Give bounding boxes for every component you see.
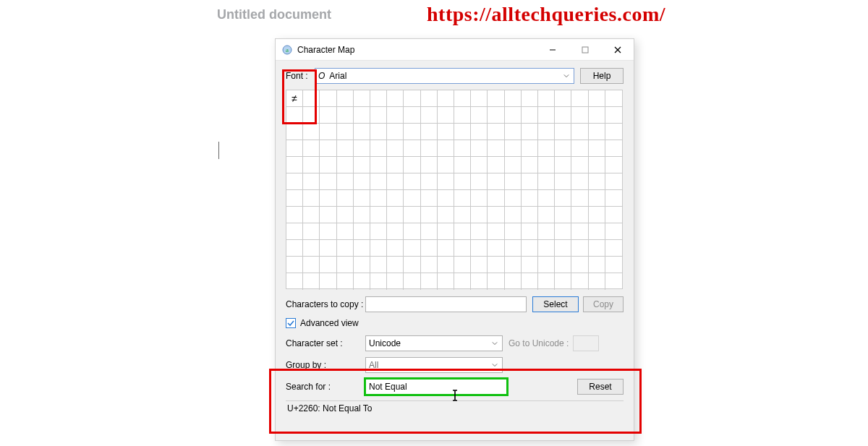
grid-cell[interactable] — [303, 173, 320, 190]
grid-cell[interactable] — [605, 273, 622, 290]
grid-cell[interactable] — [303, 107, 320, 124]
grid-cell[interactable] — [589, 240, 605, 257]
grid-cell[interactable] — [337, 257, 354, 273]
grid-cell[interactable] — [354, 190, 370, 207]
grid-cell[interactable] — [555, 107, 571, 124]
grid-cell[interactable] — [571, 107, 588, 124]
help-button[interactable]: Help — [580, 68, 624, 84]
grid-cell[interactable] — [404, 190, 420, 207]
grid-cell[interactable] — [538, 223, 555, 240]
grid-cell[interactable] — [538, 90, 555, 107]
grid-cell[interactable] — [522, 107, 538, 124]
grid-cell[interactable] — [605, 173, 622, 190]
grid-cell[interactable] — [337, 273, 354, 290]
grid-cell[interactable] — [370, 240, 387, 257]
grid-cell[interactable] — [522, 273, 538, 290]
grid-cell[interactable] — [488, 240, 504, 257]
grid-cell[interactable] — [354, 157, 370, 173]
grid-cell[interactable] — [589, 207, 605, 223]
grid-cell[interactable] — [303, 140, 320, 157]
grid-cell[interactable] — [421, 157, 438, 173]
grid-cell[interactable] — [286, 107, 303, 124]
grid-cell[interactable] — [589, 190, 605, 207]
grid-cell[interactable] — [605, 257, 622, 273]
grid-cell[interactable] — [387, 257, 404, 273]
characters-to-copy-input[interactable] — [365, 296, 527, 312]
grid-cell[interactable] — [320, 273, 336, 290]
grid-cell[interactable] — [303, 190, 320, 207]
grid-cell[interactable] — [303, 90, 320, 107]
grid-cell[interactable] — [571, 223, 588, 240]
grid-cell[interactable] — [438, 273, 454, 290]
grid-cell[interactable] — [522, 173, 538, 190]
grid-cell[interactable] — [471, 140, 488, 157]
grid-cell[interactable] — [589, 124, 605, 140]
grid-cell[interactable] — [488, 157, 504, 173]
grid-cell[interactable] — [488, 207, 504, 223]
grid-cell[interactable] — [471, 257, 488, 273]
grid-cell[interactable] — [571, 257, 588, 273]
grid-cell[interactable] — [471, 157, 488, 173]
grid-cell[interactable] — [589, 273, 605, 290]
grid-cell[interactable] — [286, 273, 303, 290]
grid-cell[interactable] — [538, 124, 555, 140]
grid-cell[interactable] — [320, 207, 336, 223]
grid-cell[interactable] — [286, 124, 303, 140]
grid-cell[interactable] — [404, 273, 420, 290]
grid-cell[interactable] — [505, 223, 522, 240]
grid-cell[interactable] — [421, 240, 438, 257]
grid-cell[interactable] — [605, 140, 622, 157]
grid-cell[interactable] — [505, 90, 522, 107]
grid-cell[interactable] — [589, 140, 605, 157]
grid-cell[interactable] — [538, 173, 555, 190]
grid-cell[interactable] — [454, 90, 471, 107]
grid-cell[interactable] — [370, 257, 387, 273]
grid-cell[interactable] — [605, 190, 622, 207]
grid-cell[interactable] — [454, 207, 471, 223]
grid-cell[interactable] — [438, 190, 454, 207]
grid-cell[interactable] — [303, 124, 320, 140]
grid-cell[interactable] — [320, 140, 336, 157]
grid-cell[interactable] — [370, 157, 387, 173]
grid-cell[interactable] — [354, 207, 370, 223]
grid-cell[interactable] — [538, 257, 555, 273]
grid-cell[interactable] — [471, 240, 488, 257]
grid-cell[interactable] — [571, 124, 588, 140]
grid-cell[interactable] — [320, 90, 336, 107]
grid-cell[interactable] — [555, 140, 571, 157]
grid-cell[interactable] — [505, 140, 522, 157]
grid-cell[interactable] — [404, 207, 420, 223]
grid-cell[interactable] — [555, 207, 571, 223]
grid-cell[interactable] — [303, 240, 320, 257]
grid-cell[interactable] — [538, 273, 555, 290]
grid-cell[interactable] — [320, 190, 336, 207]
grid-cell[interactable] — [404, 223, 420, 240]
grid-cell[interactable] — [387, 240, 404, 257]
grid-cell[interactable] — [337, 140, 354, 157]
grid-cell[interactable] — [488, 124, 504, 140]
grid-cell[interactable] — [555, 157, 571, 173]
grid-cell[interactable] — [421, 107, 438, 124]
grid-cell[interactable] — [421, 124, 438, 140]
grid-cell[interactable] — [589, 257, 605, 273]
grid-cell[interactable] — [286, 140, 303, 157]
grid-cell[interactable] — [555, 273, 571, 290]
grid-cell[interactable] — [505, 240, 522, 257]
close-button[interactable] — [601, 39, 634, 61]
grid-cell[interactable] — [286, 173, 303, 190]
grid-cell[interactable] — [471, 107, 488, 124]
grid-cell[interactable] — [471, 207, 488, 223]
grid-cell[interactable] — [488, 90, 504, 107]
grid-cell[interactable] — [320, 223, 336, 240]
grid-cell[interactable] — [488, 257, 504, 273]
grid-cell[interactable] — [320, 107, 336, 124]
grid-cell[interactable] — [605, 90, 622, 107]
grid-cell[interactable] — [370, 140, 387, 157]
advanced-view-checkbox[interactable] — [286, 318, 296, 328]
grid-cell[interactable] — [555, 257, 571, 273]
grid-cell[interactable] — [471, 273, 488, 290]
grid-cell[interactable] — [286, 257, 303, 273]
grid-cell[interactable] — [354, 107, 370, 124]
grid-cell[interactable] — [387, 223, 404, 240]
grid-cell[interactable] — [303, 223, 320, 240]
